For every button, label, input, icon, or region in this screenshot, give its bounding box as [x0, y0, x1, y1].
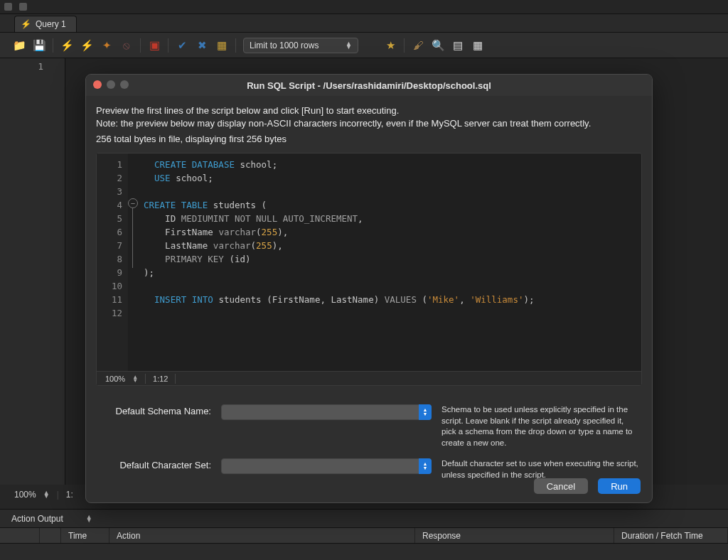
bytes-summary: 256 total bytes in file, displaying firs… [96, 134, 642, 144]
separator [404, 38, 405, 53]
bg-gutter: 1 [0, 58, 65, 485]
run-button[interactable]: Run [598, 478, 641, 494]
col-time[interactable]: Time [61, 528, 109, 543]
col-index[interactable] [0, 528, 40, 543]
code-cursor-pos: 1:12 [153, 375, 168, 383]
action-output-panel: Action Output ▲▼ Time Action Response Du… [0, 509, 728, 560]
col-action[interactable]: Action [109, 528, 415, 543]
window-controls [93, 80, 129, 89]
schema-select[interactable] [221, 404, 432, 420]
favorite-icon[interactable]: ★ [384, 39, 397, 52]
fold-toggle-icon[interactable]: − [128, 198, 138, 208]
separator [53, 38, 53, 53]
toggle-autocommit-icon[interactable]: ▣ [148, 39, 161, 52]
bg-line-number: 1 [0, 61, 43, 72]
cancel-label: Cancel [547, 481, 575, 492]
stepper-icon: ▲▼ [346, 42, 352, 49]
preview-line1: Preview the first lines of the script be… [96, 104, 642, 117]
stepper-icon[interactable]: ▲▼ [43, 491, 50, 498]
preview-instructions: Preview the first lines of the script be… [96, 104, 642, 129]
tab-label: Query 1 [36, 19, 66, 29]
menu-icon[interactable] [4, 3, 12, 11]
code-zoom: 100% [105, 375, 125, 383]
stepper-icon[interactable]: ▲▼ [132, 375, 138, 382]
preview-line2: Note: the preview below may display non-… [96, 117, 642, 130]
commit-icon[interactable]: ✔ [176, 39, 188, 52]
app-menubar [0, 0, 728, 14]
execute-icon[interactable]: ⚡ [60, 39, 73, 52]
action-output-label: Action Output [11, 514, 63, 524]
dialog-title: Run SQL Script - /Users/rashidamiri/Desk… [247, 80, 491, 91]
save-icon[interactable]: 💾 [33, 39, 46, 52]
separator [168, 38, 168, 53]
chevron-down-icon[interactable]: ▲▼ [419, 404, 432, 420]
code-status-bar: 100% ▲▼ 1:12 [97, 371, 641, 385]
charset-label: Default Character Set: [96, 458, 211, 470]
dialog-buttons: Cancel Run [534, 478, 641, 494]
fold-column: − [128, 154, 139, 371]
col-response[interactable]: Response [415, 528, 614, 543]
close-icon[interactable] [93, 80, 102, 89]
schema-label: Default Schema Name: [96, 404, 211, 416]
col-duration[interactable]: Duration / Fetch Time [614, 528, 728, 543]
stepper-icon[interactable]: ▲▼ [86, 515, 92, 522]
script-preview: 123456789101112 − CREATE DATABASE school… [96, 153, 642, 386]
editor-tabrow: ⚡ Query 1 [0, 14, 728, 33]
col-status[interactable] [40, 528, 61, 543]
charset-select[interactable] [221, 458, 432, 474]
rollback-icon[interactable]: ✖ [196, 39, 208, 52]
code-content[interactable]: CREATE DATABASE school; USE school; CREA… [139, 154, 641, 371]
cancel-button[interactable]: Cancel [534, 478, 588, 494]
panel-icon[interactable] [19, 3, 27, 11]
row-limit-select[interactable]: Limit to 1000 rows ▲▼ [243, 38, 358, 53]
format-icon[interactable]: ▦ [215, 39, 228, 52]
minimize-icon[interactable] [107, 80, 115, 89]
action-output-columns: Time Action Response Duration / Fetch Ti… [0, 528, 728, 544]
tab-query-1[interactable]: ⚡ Query 1 [14, 16, 77, 32]
execute-current-icon[interactable]: ⚡ [80, 39, 93, 52]
row-limit-value: Limit to 1000 rows [250, 41, 318, 50]
maximize-icon[interactable] [120, 80, 129, 89]
run-sql-script-dialog: Run SQL Script - /Users/rashidamiri/Desk… [85, 74, 653, 503]
code-gutter: 123456789101112 [97, 154, 128, 371]
explain-icon[interactable]: ✦ [100, 39, 113, 52]
search-icon[interactable]: 🔍 [432, 39, 444, 52]
run-label: Run [611, 481, 628, 492]
charset-help: Default character set to use when execut… [441, 458, 642, 480]
schema-help: Schema to be used unless explicitly spec… [441, 404, 642, 448]
bg-zoom: 100% [14, 490, 36, 500]
separator [140, 38, 141, 53]
chevron-down-icon[interactable]: ▲▼ [419, 458, 432, 474]
tile-icon[interactable]: ▦ [471, 39, 484, 52]
dialog-titlebar[interactable]: Run SQL Script - /Users/rashidamiri/Desk… [86, 75, 652, 96]
separator [235, 38, 236, 53]
bolt-icon: ⚡ [21, 19, 31, 29]
fold-line [132, 208, 133, 268]
sql-toolbar: 📁 💾 ⚡ ⚡ ✦ ⦸ ▣ ✔ ✖ ▦ Limit to 1000 rows ▲… [0, 33, 728, 58]
brush-icon[interactable]: 🖌 [412, 39, 424, 52]
bg-cursor-pos: 1: [66, 490, 73, 500]
action-output-header[interactable]: Action Output ▲▼ [0, 510, 728, 528]
snippets-icon[interactable]: ▤ [451, 39, 464, 52]
open-file-icon[interactable]: 📁 [13, 39, 26, 52]
stop-icon[interactable]: ⦸ [120, 39, 133, 52]
